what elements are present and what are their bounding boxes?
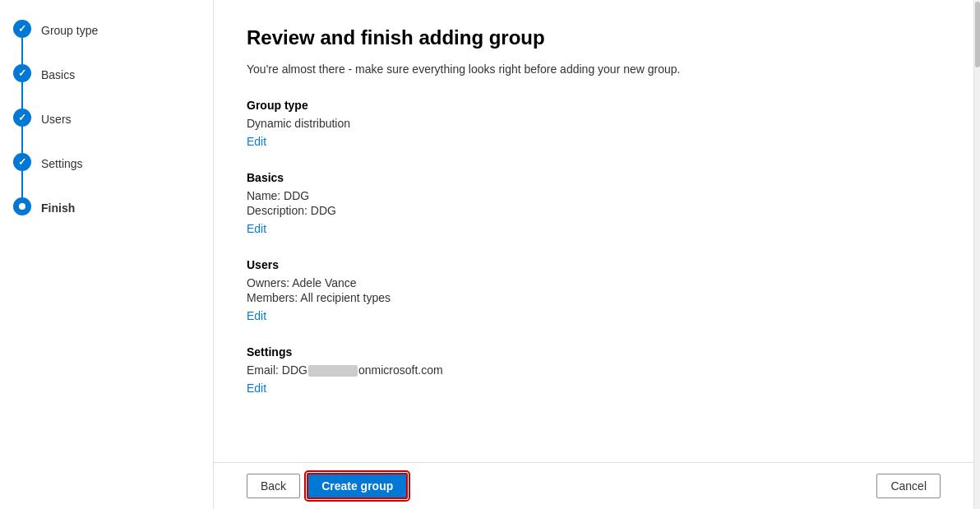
step-label-users: Users (41, 109, 72, 128)
checkmark-icon-4: ✓ (18, 156, 26, 168)
dot-icon (19, 203, 25, 210)
scrollbar-thumb[interactable] (975, 2, 980, 67)
edit-link-users[interactable]: Edit (247, 309, 266, 322)
create-group-button[interactable]: Create group (307, 473, 408, 499)
email-prefix: Email: DDG (247, 363, 307, 377)
edit-link-settings[interactable]: Edit (247, 382, 266, 395)
checkmark-icon: ✓ (18, 23, 26, 35)
step-settings: ✓ Settings (13, 153, 200, 197)
content-area: Review and finish adding group You're al… (214, 0, 973, 462)
step-label-finish: Finish (41, 197, 75, 217)
step-circle-settings: ✓ (13, 153, 31, 171)
section-value-settings-email: Email: DDGonmicrosoft.com (247, 363, 941, 377)
step-finish: Finish (13, 197, 200, 217)
edit-link-group-type[interactable]: Edit (247, 135, 266, 148)
section-heading-users: Users (247, 258, 941, 271)
back-button[interactable]: Back (247, 474, 300, 498)
scrollbar-track[interactable] (973, 0, 980, 509)
checkmark-icon-2: ✓ (18, 67, 26, 79)
section-value-group-type-0: Dynamic distribution (247, 117, 941, 130)
section-settings: Settings Email: DDGonmicrosoft.com Edit (247, 345, 941, 395)
step-basics: ✓ Basics (13, 64, 200, 109)
email-suffix: onmicrosoft.com (358, 363, 443, 377)
cancel-button[interactable]: Cancel (876, 474, 941, 498)
step-label-basics: Basics (41, 64, 75, 84)
page-title: Review and finish adding group (247, 26, 941, 49)
subtitle-text: You're almost there - make sure everythi… (247, 62, 941, 76)
section-basics: Basics Name: DDG Description: DDG Edit (247, 171, 941, 235)
step-line-4 (21, 171, 23, 197)
section-heading-group-type: Group type (247, 99, 941, 112)
section-value-users-1: Members: All recipient types (247, 291, 941, 304)
step-users: ✓ Users (13, 109, 200, 153)
wizard-sidebar: ✓ Group type ✓ Basics ✓ (0, 0, 214, 509)
step-circle-finish (13, 197, 31, 215)
section-value-basics-0: Name: DDG (247, 189, 941, 202)
step-line-2 (21, 82, 23, 109)
step-line-3 (21, 127, 23, 153)
step-circle-group-type: ✓ (13, 20, 31, 38)
checkmark-icon-3: ✓ (18, 112, 26, 123)
section-value-users-0: Owners: Adele Vance (247, 276, 941, 289)
step-circle-users: ✓ (13, 109, 31, 127)
step-group-type: ✓ Group type (13, 20, 200, 64)
email-blurred-part (308, 365, 358, 377)
section-users: Users Owners: Adele Vance Members: All r… (247, 258, 941, 322)
section-value-basics-1: Description: DDG (247, 204, 941, 217)
main-panel: Review and finish adding group You're al… (214, 0, 973, 509)
section-heading-basics: Basics (247, 171, 941, 184)
step-line-1 (21, 38, 23, 64)
section-group-type: Group type Dynamic distribution Edit (247, 99, 941, 148)
step-circle-basics: ✓ (13, 64, 31, 82)
step-label-group-type: Group type (41, 20, 98, 39)
section-heading-settings: Settings (247, 345, 941, 359)
wizard-footer: Back Create group Cancel (214, 462, 973, 509)
step-label-settings: Settings (41, 153, 83, 173)
edit-link-basics[interactable]: Edit (247, 222, 266, 235)
